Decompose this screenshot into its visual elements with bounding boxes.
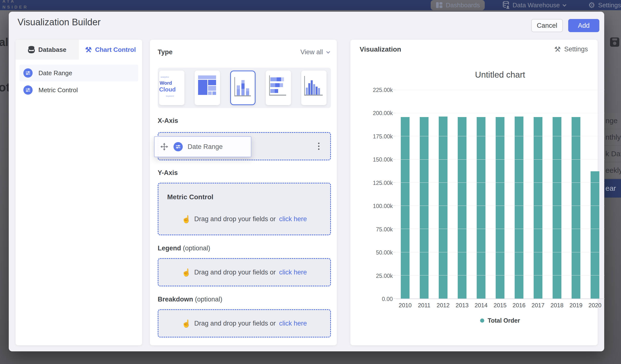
kebab-menu-icon[interactable] <box>318 143 320 150</box>
control-sliders-icon <box>173 142 183 151</box>
nav-dashboards[interactable]: Dashboards <box>431 0 485 10</box>
nav-settings[interactable]: ⚙ Settings <box>583 0 621 10</box>
menu-item[interactable]: nthly <box>604 129 621 145</box>
hand-click-icon: ☝ <box>182 319 191 328</box>
cancel-button[interactable]: Cancel <box>531 19 563 32</box>
chart-type-word-cloud[interactable]: analytics Word Cloud keyword <box>159 70 184 105</box>
background-heading-top: al <box>0 35 8 49</box>
builder-panel: Type View all analytics Word Cloud keywo… <box>150 40 337 345</box>
gear-icon: ⚙ <box>588 0 595 10</box>
menu-item[interactable]: eekly <box>604 163 621 178</box>
breakdown-heading: Breakdown (optional) <box>158 296 329 303</box>
legend-heading: Legend (optional) <box>158 244 329 252</box>
y-axis-heading: Y-Axis <box>158 169 329 177</box>
control-sliders-icon <box>23 86 33 95</box>
bars <box>396 90 604 298</box>
x-axis-labels: 2010201120122013201420152016201720182019… <box>396 302 604 309</box>
click-here-link[interactable]: click here <box>279 320 307 327</box>
fields-panel: Database ⚒ Chart Control Da <box>16 40 142 345</box>
chart-type-column[interactable] <box>301 70 327 105</box>
modal-title: Visualization Builder <box>17 17 101 28</box>
database-icon <box>28 46 35 53</box>
dragged-field-chip[interactable]: Date Range <box>154 136 251 157</box>
drop-hint-text: Drag and drop your fields or <box>194 269 276 276</box>
screen: ATA NSIDER Dashboards D <box>0 0 621 364</box>
tab-database[interactable]: Database <box>16 40 79 60</box>
drop-hint-text: Drag and drop your fields or <box>194 320 276 327</box>
visualization-builder-modal: Visualization Builder Cancel Add Databas… <box>9 12 604 351</box>
x-axis-drop-zone[interactable]: Date Range Date Range <box>158 132 331 160</box>
chart-legend[interactable]: Total Order <box>396 317 604 324</box>
background-right-menu: nge nthly k Date eekly ear <box>604 113 621 199</box>
chart-type-strip: analytics Word Cloud keyword <box>158 68 331 108</box>
save-icon[interactable] <box>610 37 620 47</box>
data-warehouse-icon <box>503 1 510 9</box>
y-axis-zone-title: Metric Control <box>167 193 213 201</box>
click-here-link[interactable]: click here <box>279 215 307 223</box>
hand-click-icon: ☝ <box>182 215 191 223</box>
y-axis-drop-zone[interactable]: Metric Control ☝ Drag and drop your fiel… <box>158 183 331 235</box>
menu-item-selected[interactable]: ear <box>604 179 621 198</box>
click-here-link[interactable]: click here <box>279 269 307 276</box>
legend-drop-zone[interactable]: ☝ Drag and drop your fields or click her… <box>158 258 331 286</box>
visualization-heading: Visualization <box>360 46 401 53</box>
menu-item[interactable]: k Date <box>604 146 621 162</box>
move-icon <box>160 142 169 151</box>
top-nav-bar: ATA NSIDER Dashboards D <box>0 0 621 10</box>
view-all-dropdown[interactable]: View all <box>300 48 329 56</box>
drop-hint-text: Drag and drop your fields or <box>194 215 276 223</box>
x-axis-heading: X-Axis <box>158 117 329 124</box>
chart-type-stacked-column-selected[interactable] <box>230 70 256 105</box>
tab-chart-control[interactable]: ⚒ Chart Control <box>79 40 142 60</box>
chart-type-stacked-bar[interactable] <box>266 70 291 105</box>
visualization-panel: Visualization ⚒ Settings Untitled chart … <box>350 40 598 345</box>
nav-data-warehouse[interactable]: Data Warehouse <box>498 0 570 10</box>
tools-icon: ⚒ <box>554 45 561 53</box>
legend-label: Total Order <box>488 317 520 324</box>
chart-type-treemap[interactable] <box>195 70 220 105</box>
chevron-down-icon <box>563 3 567 7</box>
legend-dot <box>480 318 484 323</box>
control-sliders-icon <box>23 68 33 78</box>
chart-plot <box>396 90 604 299</box>
type-heading: Type <box>158 48 172 56</box>
app-logo: ATA NSIDER <box>2 0 28 10</box>
tools-icon: ⚒ <box>85 46 92 54</box>
dragged-field-label: Date Range <box>188 143 223 151</box>
field-item-date-range[interactable]: Date Range <box>19 65 138 82</box>
y-axis-labels: 0.0025.00k50.00k75.00k100.00k125.00k150.… <box>357 90 393 299</box>
menu-item[interactable]: nge <box>604 113 621 128</box>
add-button[interactable]: Add <box>568 19 599 32</box>
hand-click-icon: ☝ <box>182 268 191 277</box>
breakdown-drop-zone[interactable]: ☝ Drag and drop your fields or click her… <box>158 309 331 337</box>
chart-title: Untitled chart <box>396 70 604 80</box>
chevron-down-icon <box>326 50 330 54</box>
field-item-metric-control[interactable]: Metric Control <box>19 82 138 99</box>
dashboards-icon <box>436 1 443 9</box>
chart-settings-button[interactable]: ⚒ Settings <box>554 45 588 53</box>
